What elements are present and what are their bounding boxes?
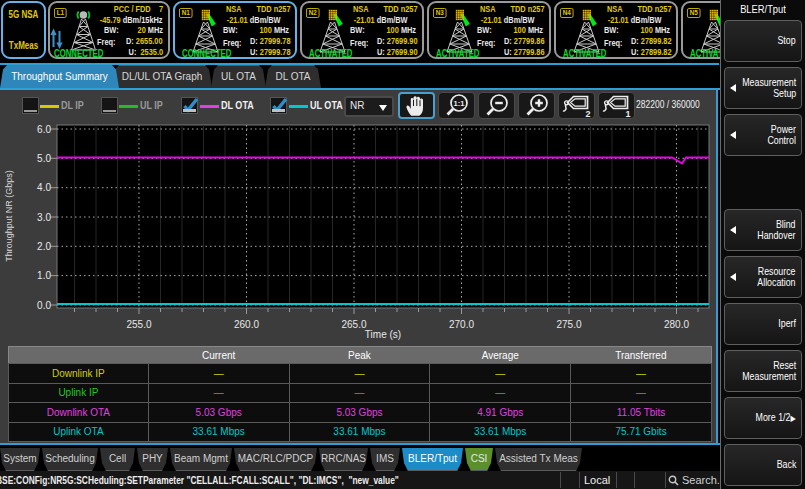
svg-text:255.0: 255.0 <box>126 319 151 330</box>
svg-text:1.0: 1.0 <box>37 270 51 281</box>
svg-text:1:1: 1:1 <box>454 99 465 108</box>
svg-text:3.0: 3.0 <box>37 212 51 223</box>
svg-text:2: 2 <box>585 109 590 119</box>
svg-text:Time (s): Time (s) <box>365 329 401 340</box>
svg-text:260.0: 260.0 <box>234 319 259 330</box>
svg-text:280.0: 280.0 <box>664 319 689 330</box>
svg-text:1: 1 <box>625 109 630 119</box>
svg-text:275.0: 275.0 <box>556 319 581 330</box>
svg-text:4.0: 4.0 <box>37 182 51 193</box>
svg-text:6.0: 6.0 <box>37 124 51 135</box>
svg-text:0.0: 0.0 <box>37 300 51 311</box>
svg-text:2.0: 2.0 <box>37 241 51 252</box>
svg-text:270.0: 270.0 <box>449 319 474 330</box>
svg-text:265.0: 265.0 <box>341 319 366 330</box>
svg-text:Throughput NR (Gbps): Throughput NR (Gbps) <box>4 170 14 262</box>
svg-text:5.0: 5.0 <box>37 153 51 164</box>
